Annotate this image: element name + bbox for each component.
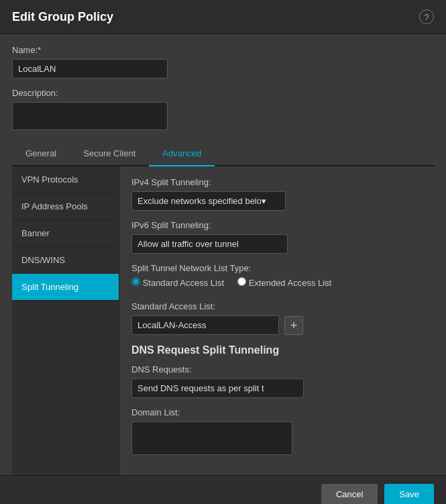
dns-requests-select-wrapper: Send DNS requests as per split t Send al…	[131, 379, 304, 398]
dialog-title: Edit Group Policy	[12, 10, 113, 24]
domain-list-label: Domain List:	[131, 407, 422, 417]
name-label: Name:*	[12, 45, 434, 55]
radio-extended-input[interactable]	[237, 277, 246, 286]
ipv6-label: IPv6 Split Tunneling:	[131, 220, 422, 230]
desc-label: Description:	[12, 88, 434, 98]
desc-row: Description:	[12, 88, 434, 132]
ipv6-select-wrapper: Allow all traffic over tunnel Exclude ne…	[131, 234, 288, 254]
content-area: VPN Protocols IP Address Pools Banner DN…	[12, 166, 434, 475]
name-row: Name:*	[12, 45, 434, 79]
ipv6-select[interactable]: Allow all traffic over tunnel Exclude ne…	[131, 234, 288, 254]
tab-secure-client[interactable]: Secure Client	[70, 142, 149, 166]
ipv4-select[interactable]: Exclude networks specified belo▾ Include…	[131, 191, 286, 211]
name-input[interactable]	[12, 59, 168, 79]
sidebar-item-split-tunneling[interactable]: Split Tunneling	[12, 274, 119, 301]
radio-standard-input[interactable]	[131, 277, 140, 286]
radio-standard-label: Standard Access List	[143, 278, 224, 288]
network-list-type-group: Split Tunnel Network List Type: Standard…	[131, 263, 422, 292]
standard-access-group: Standard Access List: LocalLAN-Access +	[131, 301, 422, 335]
edit-group-policy-dialog: Edit Group Policy ? Name:* Description: …	[0, 0, 446, 504]
dialog-body: Name:* Description: General Secure Clien…	[0, 34, 446, 475]
tab-advanced[interactable]: Advanced	[149, 142, 215, 166]
add-access-list-button[interactable]: +	[284, 316, 303, 335]
radio-standard-option[interactable]: Standard Access List	[131, 277, 224, 288]
domain-list-group: Domain List:	[131, 407, 422, 455]
tab-general[interactable]: General	[12, 142, 70, 166]
sidebar-item-ip-address-pools[interactable]: IP Address Pools	[12, 193, 119, 220]
main-panel: IPv4 Split Tunneling: Exclude networks s…	[119, 166, 434, 475]
ipv4-label: IPv4 Split Tunneling:	[131, 177, 422, 187]
ipv4-select-wrapper: Exclude networks specified belo▾ Include…	[131, 191, 286, 211]
desc-input[interactable]	[12, 102, 168, 130]
standard-access-label: Standard Access List:	[131, 301, 422, 311]
standard-access-row: LocalLAN-Access +	[131, 315, 422, 335]
standard-access-select[interactable]: LocalLAN-Access	[131, 315, 279, 335]
tabs: General Secure Client Advanced	[12, 142, 434, 166]
help-icon[interactable]: ?	[419, 9, 434, 24]
dns-section-title: DNS Request Split Tunneling	[131, 344, 422, 356]
standard-access-select-wrapper: LocalLAN-Access	[131, 315, 279, 335]
radio-extended-option[interactable]: Extended Access List	[237, 277, 331, 288]
sidebar-item-vpn-protocols[interactable]: VPN Protocols	[12, 166, 119, 193]
sidebar-item-dns-wins[interactable]: DNS/WINS	[12, 247, 119, 274]
sidebar: VPN Protocols IP Address Pools Banner DN…	[12, 166, 119, 475]
ipv6-group: IPv6 Split Tunneling: Allow all traffic …	[131, 220, 422, 254]
domain-list-input[interactable]	[131, 421, 292, 455]
network-list-type-label: Split Tunnel Network List Type:	[131, 263, 422, 273]
ipv4-group: IPv4 Split Tunneling: Exclude networks s…	[131, 177, 422, 211]
radio-group: Standard Access List Extended Access Lis…	[131, 277, 422, 292]
dialog-header: Edit Group Policy ?	[0, 0, 446, 34]
dns-requests-select[interactable]: Send DNS requests as per split t Send al…	[131, 379, 304, 398]
cancel-button[interactable]: Cancel	[321, 484, 378, 504]
save-button[interactable]: Save	[384, 484, 434, 504]
dns-requests-label: DNS Requests:	[131, 364, 422, 374]
dialog-footer: Cancel Save	[0, 475, 446, 504]
radio-extended-label: Extended Access List	[249, 278, 332, 288]
sidebar-item-banner[interactable]: Banner	[12, 220, 119, 247]
dns-requests-group: DNS Requests: Send DNS requests as per s…	[131, 364, 422, 398]
